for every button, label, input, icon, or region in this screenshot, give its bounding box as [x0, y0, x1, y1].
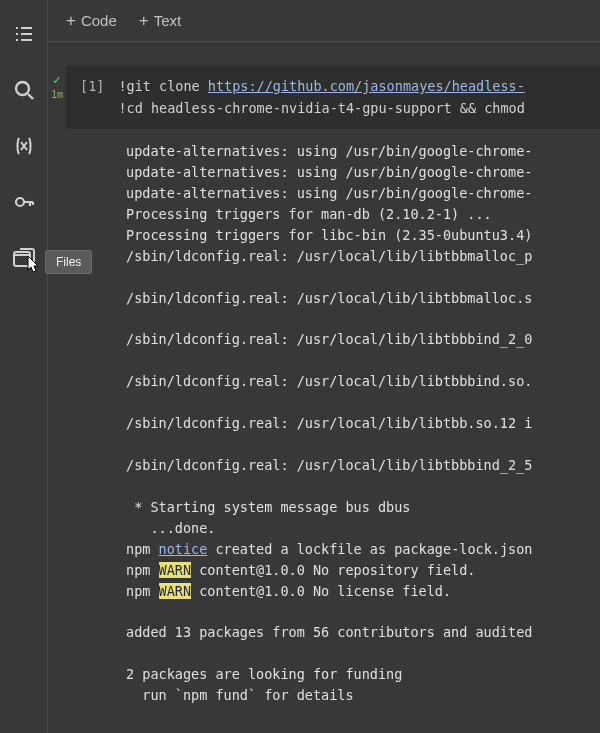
- left-sidebar: [0, 0, 48, 733]
- cell-output: update-alternatives: using /usr/bin/goog…: [66, 129, 600, 718]
- variables-icon[interactable]: [10, 132, 38, 160]
- add-text-label: Text: [154, 12, 182, 29]
- add-code-label: Code: [81, 12, 117, 29]
- npm-warn: WARN: [159, 583, 192, 599]
- svg-point-0: [16, 82, 29, 95]
- plus-icon: +: [66, 11, 76, 31]
- cell-exec-time: 1m: [51, 89, 63, 100]
- prompt-number: [1]: [80, 76, 104, 119]
- svg-point-1: [16, 198, 24, 206]
- files-tooltip: Files: [45, 250, 92, 274]
- repo-url-link[interactable]: https://github.com/jasonmayes/headless-: [208, 78, 525, 94]
- add-code-button[interactable]: + Code: [66, 11, 117, 31]
- cell-area: ✓ 1m [1] !git clone https://github.com/j…: [48, 42, 600, 733]
- npm-warn: WARN: [159, 562, 192, 578]
- npm-notice: notice: [159, 541, 208, 557]
- add-text-button[interactable]: + Text: [139, 11, 181, 31]
- toc-icon[interactable]: [10, 20, 38, 48]
- cell-gutter: ✓ 1m: [48, 66, 66, 718]
- secrets-icon[interactable]: [10, 188, 38, 216]
- search-icon[interactable]: [10, 76, 38, 104]
- cursor-pointer-icon: [22, 254, 42, 281]
- code-input[interactable]: [1] !git clone https://github.com/jasonm…: [66, 66, 600, 129]
- cell-body: [1] !git clone https://github.com/jasonm…: [66, 66, 600, 718]
- main-pane: + Code + Text ✓ 1m [1] !git clone https:…: [48, 0, 600, 733]
- check-icon: ✓: [53, 72, 61, 87]
- toolbar: + Code + Text: [48, 0, 600, 42]
- code-cell: ✓ 1m [1] !git clone https://github.com/j…: [48, 66, 600, 718]
- code-lines: !git clone https://github.com/jasonmayes…: [118, 76, 524, 119]
- plus-icon: +: [139, 11, 149, 31]
